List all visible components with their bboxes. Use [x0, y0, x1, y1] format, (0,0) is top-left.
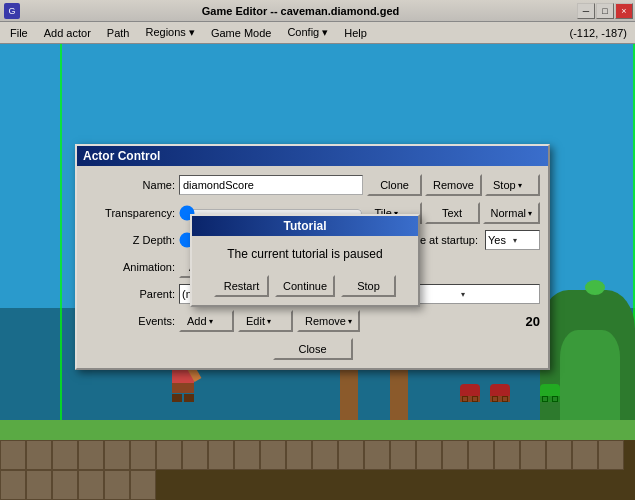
- minimize-button[interactable]: ─: [577, 3, 595, 19]
- close-button[interactable]: ×: [615, 3, 633, 19]
- enemy-2: [490, 384, 510, 402]
- text-button[interactable]: Text: [425, 202, 480, 224]
- name-row-buttons: Clone Remove Stop ▾: [367, 174, 540, 196]
- grass: [0, 420, 635, 440]
- events-remove-button[interactable]: Remove ▾: [297, 310, 360, 332]
- tutorial-message: The current tutorial is paused: [200, 246, 410, 263]
- name-row: Name: Clone Remove Stop ▾: [85, 174, 540, 196]
- menu-help[interactable]: Help: [336, 25, 375, 41]
- menu-game-mode[interactable]: Game Mode: [203, 25, 280, 41]
- transparency-label: Transparency:: [85, 207, 175, 219]
- tutorial-dialog: Tutorial The current tutorial is paused …: [190, 214, 420, 307]
- name-label: Name:: [85, 179, 175, 191]
- game-area: // Generate ground blocks for(let i=0;i<…: [0, 44, 635, 500]
- close-button[interactable]: Close: [273, 338, 353, 360]
- leaf-1: [585, 280, 605, 295]
- normal-button[interactable]: Normal ▾: [483, 202, 540, 224]
- menu-config[interactable]: Config ▾: [279, 24, 336, 41]
- app-icon: G: [4, 3, 20, 19]
- menu-add-actor[interactable]: Add actor: [36, 25, 99, 41]
- restart-button[interactable]: Restart: [214, 275, 269, 297]
- maximize-button[interactable]: □: [596, 3, 614, 19]
- remove-button[interactable]: Remove: [425, 174, 482, 196]
- clone-button[interactable]: Clone: [367, 174, 422, 196]
- events-label: Events:: [85, 315, 175, 327]
- name-input[interactable]: [179, 175, 363, 195]
- create-startup-select[interactable]: Yes ▾: [485, 230, 540, 250]
- events-add-button[interactable]: Add ▾: [179, 310, 234, 332]
- window-controls: ─ □ ×: [577, 3, 633, 19]
- continue-button[interactable]: Continue: [275, 275, 335, 297]
- menu-path[interactable]: Path: [99, 25, 138, 41]
- menu-file[interactable]: File: [2, 25, 36, 41]
- events-edit-button[interactable]: Edit ▾: [238, 310, 293, 332]
- tutorial-title: Tutorial: [192, 216, 418, 236]
- parent-label: Parent:: [85, 288, 175, 300]
- ground: // Generate ground blocks for(let i=0;i<…: [0, 420, 635, 500]
- enemy-1: [460, 384, 480, 402]
- title-bar: G Game Editor -- caveman.diamond.ged ─ □…: [0, 0, 635, 22]
- bush-right-2: [560, 330, 620, 420]
- events-count: 20: [515, 314, 540, 329]
- window-title: Game Editor -- caveman.diamond.ged: [24, 5, 577, 17]
- tutorial-buttons: Restart Continue Stop: [200, 275, 410, 297]
- animation-label: Animation:: [85, 261, 175, 273]
- actor-dialog-title: Actor Control: [77, 146, 548, 166]
- close-row: Close: [85, 338, 540, 360]
- enemy-3: [540, 384, 560, 402]
- coordinates-display: (-112, -187): [570, 27, 633, 39]
- menu-regions[interactable]: Regions ▾: [137, 24, 202, 41]
- ground-blocks: // Generate ground blocks for(let i=0;i<…: [0, 440, 635, 500]
- menu-bar: File Add actor Path Regions ▾ Game Mode …: [0, 22, 635, 44]
- tutorial-body: The current tutorial is paused Restart C…: [192, 236, 418, 305]
- tutorial-stop-button[interactable]: Stop: [341, 275, 396, 297]
- events-row: Events: Add ▾ Edit ▾ Remove ▾ 20: [85, 310, 540, 332]
- stop-button[interactable]: Stop ▾: [485, 174, 540, 196]
- zdepth-label: Z Depth:: [85, 234, 175, 246]
